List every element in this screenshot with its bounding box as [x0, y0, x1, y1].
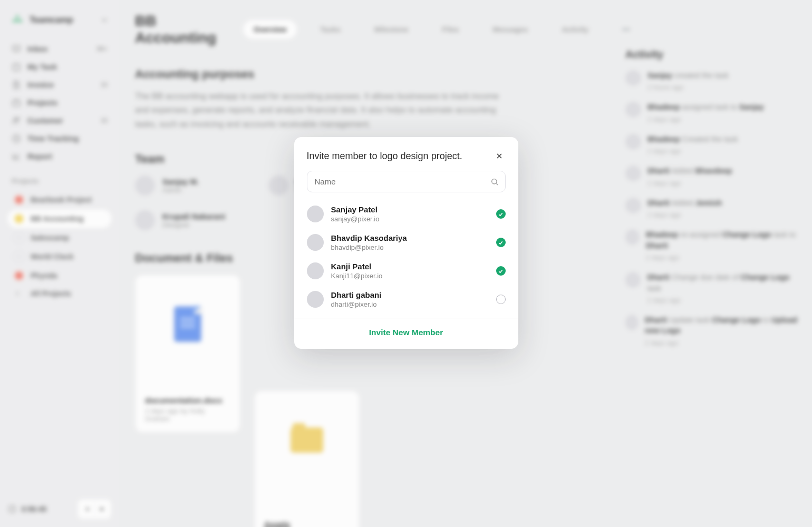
member-email: dharti@pixer.io [331, 300, 382, 308]
invite-new-member-button[interactable]: Invite New Member [307, 318, 506, 339]
member-row[interactable]: Sanjay Patelsanjay@pixer.io [307, 200, 506, 228]
member-list: Sanjay Patelsanjay@pixer.ioBhavdip Kasod… [307, 200, 506, 314]
avatar [307, 291, 324, 308]
member-row[interactable]: Dharti gabanidharti@pixer.io [307, 285, 506, 314]
search-input[interactable] [314, 177, 490, 187]
modal-header: Invite member to logo design project. [307, 150, 506, 162]
selected-check-icon[interactable] [496, 266, 506, 276]
search-icon [490, 178, 499, 186]
modal-backdrop[interactable]: Invite member to logo design project. Sa… [0, 0, 812, 527]
member-row[interactable]: Kanji PatelKanji11@pixer.io [307, 257, 506, 285]
app-root: Teamcamp Inbox 99+ My Task Invoice 15 [0, 0, 812, 527]
member-name: Dharti gabani [331, 290, 382, 299]
selected-check-icon[interactable] [496, 238, 506, 247]
avatar [307, 234, 324, 251]
member-email: bhavdip@pixer.io [331, 243, 407, 251]
member-name: Sanjay Patel [331, 205, 380, 214]
close-icon [495, 152, 504, 160]
svg-point-7 [491, 179, 496, 183]
invite-modal: Invite member to logo design project. Sa… [294, 137, 518, 349]
select-circle[interactable] [496, 295, 506, 304]
avatar [307, 206, 324, 222]
member-name: Bhavdip Kasodariya [331, 233, 407, 242]
member-email: Kanji11@pixer.io [331, 272, 383, 280]
selected-check-icon[interactable] [496, 209, 506, 219]
modal-title: Invite member to logo design project. [307, 151, 462, 162]
close-button[interactable] [493, 150, 506, 162]
avatar [307, 262, 324, 279]
member-row[interactable]: Bhavdip Kasodariyabhavdip@pixer.io [307, 228, 506, 257]
search-field[interactable] [307, 171, 506, 192]
member-name: Kanji Patel [331, 262, 383, 271]
member-email: sanjay@pixer.io [331, 215, 380, 223]
